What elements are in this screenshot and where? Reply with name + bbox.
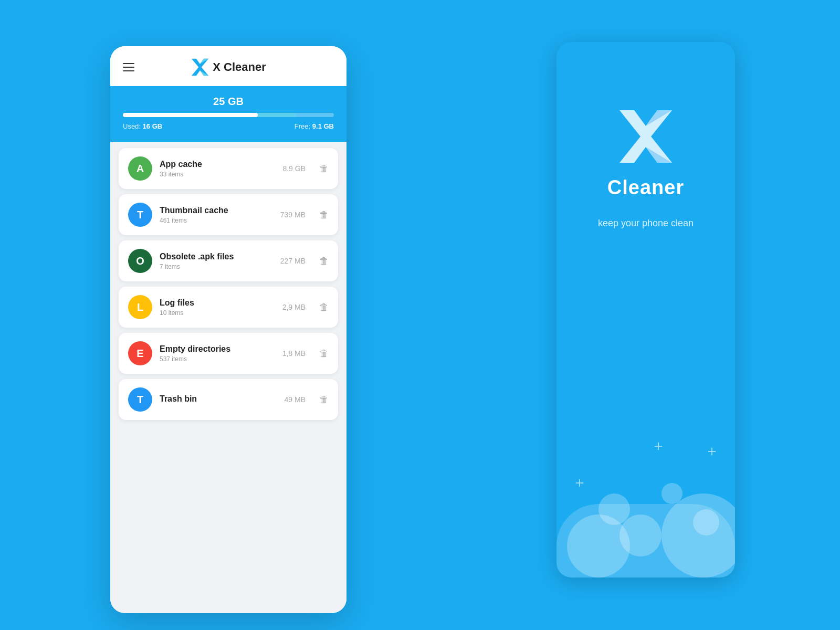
storage-bar-free	[258, 113, 296, 117]
hamburger-menu-button[interactable]	[123, 63, 134, 71]
delete-button-empty-dirs[interactable]: 🗑	[319, 348, 329, 359]
storage-used-value: 16 GB	[143, 122, 163, 130]
list-section: A App cache 33 items 8.9 GB 🗑 T Thumbnai…	[110, 142, 346, 613]
brand-logo-large: Cleaner keep your phone clean	[598, 105, 694, 229]
item-name-thumbnail-cache: Thumbnail cache	[160, 206, 273, 215]
item-info-thumbnail-cache: Thumbnail cache 461 items	[160, 206, 273, 224]
svg-marker-4	[192, 59, 208, 76]
item-size-obsolete-apk: 227 MB	[280, 257, 306, 265]
list-item-app-cache: A App cache 33 items 8.9 GB 🗑	[119, 148, 338, 189]
list-item-thumbnail-cache: T Thumbnail cache 461 items 739 MB 🗑	[119, 194, 338, 235]
storage-bar-track	[123, 113, 334, 117]
item-avatar-trash-bin: T	[128, 387, 152, 412]
item-info-obsolete-apk: Obsolete .apk files 7 items	[160, 252, 273, 270]
item-size-log-files: 2,9 MB	[282, 303, 306, 311]
item-name-trash-bin: Trash bin	[160, 394, 277, 404]
x-logo-small-icon	[191, 58, 209, 77]
delete-button-thumbnail-cache[interactable]: 🗑	[319, 209, 329, 220]
app-title: X Cleaner	[213, 60, 266, 74]
decorative-bubbles: ＋ ＋ ＋	[556, 430, 735, 578]
storage-free-label: Free: 9.1 GB	[295, 122, 334, 130]
item-name-empty-dirs: Empty directories	[160, 344, 275, 354]
list-item-empty-dirs: E Empty directories 537 items 1,8 MB 🗑	[119, 333, 338, 374]
storage-used-label: Used: 16 GB	[123, 122, 162, 130]
item-avatar-obsolete-apk: O	[128, 249, 152, 273]
item-count-empty-dirs: 537 items	[160, 355, 275, 363]
item-size-trash-bin: 49 MB	[285, 395, 306, 404]
item-avatar-log-files: L	[128, 295, 152, 319]
item-size-app-cache: 8.9 GB	[282, 164, 306, 173]
plus-icon-1: ＋	[705, 441, 719, 461]
item-avatar-app-cache: A	[128, 156, 152, 181]
delete-button-app-cache[interactable]: 🗑	[319, 163, 329, 174]
svg-marker-1	[620, 110, 672, 163]
plus-icon-2: ＋	[572, 472, 587, 492]
app-logo: X Cleaner	[191, 58, 266, 77]
item-avatar-thumbnail-cache: T	[128, 203, 152, 227]
right-panel-subtitle: keep your phone clean	[598, 218, 694, 229]
storage-total-label: 25 GB	[123, 96, 334, 108]
x-logo-large-icon	[614, 105, 677, 168]
storage-labels: Used: 16 GB Free: 9.1 GB	[123, 122, 334, 130]
storage-free-value: 9.1 GB	[312, 122, 334, 130]
item-name-log-files: Log files	[160, 298, 275, 308]
item-info-app-cache: App cache 33 items	[160, 160, 275, 178]
item-name-app-cache: App cache	[160, 160, 275, 169]
app-header: X Cleaner	[110, 46, 346, 86]
list-item-trash-bin: T Trash bin 49 MB 🗑	[119, 379, 338, 420]
item-size-thumbnail-cache: 739 MB	[280, 211, 306, 219]
storage-section: 25 GB Used: 16 GB Free: 9.1 GB	[110, 86, 346, 142]
right-panel-title: Cleaner	[607, 176, 684, 199]
item-info-log-files: Log files 10 items	[160, 298, 275, 317]
list-item-log-files: L Log files 10 items 2,9 MB 🗑	[119, 287, 338, 328]
item-count-log-files: 10 items	[160, 309, 275, 317]
delete-button-trash-bin[interactable]: 🗑	[319, 394, 329, 405]
cloud-shape	[556, 504, 735, 578]
item-count-thumbnail-cache: 461 items	[160, 217, 273, 224]
item-avatar-empty-dirs: E	[128, 341, 152, 365]
list-item-obsolete-apk: O Obsolete .apk files 7 items 227 MB 🗑	[119, 240, 338, 281]
item-count-app-cache: 33 items	[160, 171, 275, 178]
delete-button-log-files[interactable]: 🗑	[319, 302, 329, 313]
item-info-empty-dirs: Empty directories 537 items	[160, 344, 275, 363]
item-count-obsolete-apk: 7 items	[160, 263, 273, 270]
phone-panel: X Cleaner 25 GB Used: 16 GB Free: 9.1 GB…	[110, 46, 346, 613]
storage-bar-used	[123, 113, 258, 117]
plus-icon-3: ＋	[651, 436, 666, 456]
delete-button-obsolete-apk[interactable]: 🗑	[319, 256, 329, 267]
item-name-obsolete-apk: Obsolete .apk files	[160, 252, 273, 261]
item-info-trash-bin: Trash bin	[160, 394, 277, 405]
right-panel: Cleaner keep your phone clean ＋ ＋ ＋	[556, 42, 735, 578]
item-size-empty-dirs: 1,8 MB	[282, 349, 306, 358]
